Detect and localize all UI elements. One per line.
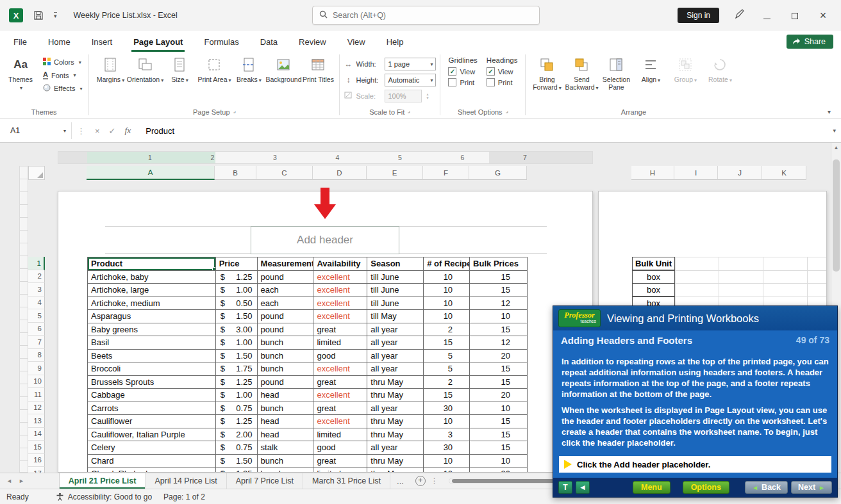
more-sheets-button[interactable]: ...	[390, 473, 410, 489]
cell[interactable]: each	[258, 297, 314, 311]
row-header-6[interactable]: 6	[28, 323, 45, 336]
column-header-g[interactable]: G	[469, 166, 527, 180]
column-header-k[interactable]: K	[762, 166, 806, 180]
row-header-14[interactable]: 14	[28, 428, 45, 441]
cell[interactable]: each	[258, 284, 314, 297]
row-header-1[interactable]: 1	[28, 257, 45, 270]
share-button[interactable]: Share	[787, 35, 833, 49]
cell[interactable]: head	[258, 415, 314, 428]
cell[interactable]: all year	[367, 323, 424, 337]
ribbon-tab-view[interactable]: View	[346, 33, 367, 52]
row-header-16[interactable]: 16	[28, 454, 45, 467]
column-header-i[interactable]: I	[674, 166, 718, 180]
column-header-b[interactable]: B	[215, 166, 256, 180]
cell[interactable]: Cauliflower	[88, 415, 216, 428]
row-header-3[interactable]: 3	[28, 283, 45, 297]
cell[interactable]: bunch	[258, 336, 314, 350]
cell-price[interactable]: $1.50	[216, 455, 258, 468]
pen-appearance-icon[interactable]	[735, 9, 745, 22]
collapse-ribbon-icon[interactable]: ▾	[828, 108, 831, 115]
cell[interactable]: excellent	[313, 284, 367, 297]
cell[interactable]: pound	[258, 271, 314, 284]
cell[interactable]: till June	[367, 284, 424, 297]
ribbon-tab-file[interactable]: File	[12, 33, 29, 52]
cell[interactable]: 10	[424, 284, 470, 297]
cell[interactable]: Artichoke, baby	[88, 271, 216, 284]
cell-price[interactable]: $2.00	[216, 428, 258, 442]
cell[interactable]: good	[313, 350, 367, 363]
cell-price[interactable]: $1.25	[216, 467, 258, 473]
cell[interactable]: great	[313, 402, 367, 416]
cell[interactable]: till May	[367, 310, 424, 323]
cell-price[interactable]: $0.75	[216, 441, 258, 455]
cell[interactable]: excellent	[313, 362, 367, 376]
cell[interactable]: bunch	[258, 402, 314, 416]
cell[interactable]: 15	[470, 323, 528, 337]
header-cell[interactable]: Season	[367, 257, 424, 271]
minimize-button[interactable]	[760, 10, 773, 21]
cell[interactable]: Carrots	[88, 402, 216, 416]
header-cell[interactable]: Price	[216, 257, 258, 271]
menu-button[interactable]: Menu	[633, 481, 670, 494]
cell[interactable]: 15	[470, 376, 528, 389]
cell-price[interactable]: $1.25	[216, 271, 258, 284]
cell[interactable]: 20	[470, 467, 528, 473]
cell[interactable]: 2	[424, 376, 470, 389]
cell[interactable]: Beets	[88, 350, 216, 363]
header-cell[interactable]: Product	[88, 257, 216, 271]
cell[interactable]: Artichoke, medium	[88, 297, 216, 311]
gridlines-print-checkbox[interactable]: Print	[448, 78, 477, 86]
cell[interactable]: all year	[367, 362, 424, 376]
sheet-tab-march-31-price-list[interactable]: March 31 Price List	[303, 473, 390, 489]
cell[interactable]: Celery	[88, 441, 216, 455]
cell[interactable]: 15	[424, 389, 470, 402]
row-header-13[interactable]: 13	[28, 414, 45, 428]
cell[interactable]: excellent	[313, 389, 367, 402]
cell[interactable]: thru May	[367, 389, 424, 402]
column-header-h[interactable]: H	[631, 166, 674, 180]
column-header-e[interactable]: E	[367, 166, 423, 180]
cell[interactable]: Brussels Sprouts	[88, 376, 216, 389]
cell-price[interactable]: $1.00	[216, 389, 258, 402]
cell[interactable]: 12	[470, 336, 528, 350]
expand-formula-bar-icon[interactable]: ▾	[833, 127, 836, 134]
back-button[interactable]: ◄Back	[745, 481, 788, 494]
theme-colors-button[interactable]: Colors▾	[40, 56, 85, 68]
cell-price[interactable]: $3.00	[216, 323, 258, 337]
excel-app-icon[interactable]: X	[9, 8, 23, 22]
accessibility-status[interactable]: Accessibility: Good to go	[56, 492, 152, 501]
breaks-button[interactable]: Breaks▾	[231, 54, 266, 104]
rotate-button[interactable]: Rotate▾	[703, 54, 737, 104]
add-header-placeholder[interactable]: Add header	[251, 226, 399, 254]
row-header-5[interactable]: 5	[28, 309, 45, 323]
previous-sheet-icon[interactable]: ◄	[6, 478, 12, 484]
header-cell[interactable]: Measurement	[258, 257, 314, 271]
sheet-tab-april-14-price-list[interactable]: April 14 Price List	[146, 473, 226, 489]
cell[interactable]: all year	[367, 402, 424, 416]
replay-button[interactable]: ◄	[576, 481, 590, 494]
cell[interactable]: excellent	[313, 297, 367, 311]
new-sheet-button[interactable]: +	[415, 476, 426, 486]
cell[interactable]: 15	[470, 284, 528, 297]
gridlines-view-checkbox[interactable]: ✓View	[448, 67, 477, 76]
theme-fonts-button[interactable]: A Fonts▾	[40, 70, 85, 81]
formula-bar-value[interactable]: Product	[146, 126, 174, 136]
theme-effects-button[interactable]: Effects▾	[40, 83, 85, 94]
cell[interactable]: 15	[470, 362, 528, 376]
confirm-entry-icon[interactable]: ✓	[104, 126, 121, 136]
cell[interactable]: great	[313, 376, 367, 389]
tab-splitter-icon[interactable]: ⋮	[431, 476, 438, 485]
cell[interactable]: Chard, Rhubarb	[88, 467, 216, 473]
ribbon-tab-formulas[interactable]: Formulas	[202, 33, 240, 52]
send-backward-button[interactable]: Send Backward▾	[564, 54, 599, 104]
bulk-unit-header-cell[interactable]: Bulk Unit	[632, 257, 675, 270]
cell[interactable]: pound	[258, 310, 314, 323]
cell[interactable]: pound	[258, 376, 314, 389]
column-header-a[interactable]: A	[87, 166, 215, 180]
column-header-d[interactable]: D	[313, 166, 367, 180]
scroll-up-icon[interactable]: ▲	[831, 143, 841, 153]
cell[interactable]: 20	[470, 389, 528, 402]
cell[interactable]: 5	[424, 350, 470, 363]
row-header-10[interactable]: 10	[28, 375, 45, 389]
cell[interactable]: great	[313, 455, 367, 468]
